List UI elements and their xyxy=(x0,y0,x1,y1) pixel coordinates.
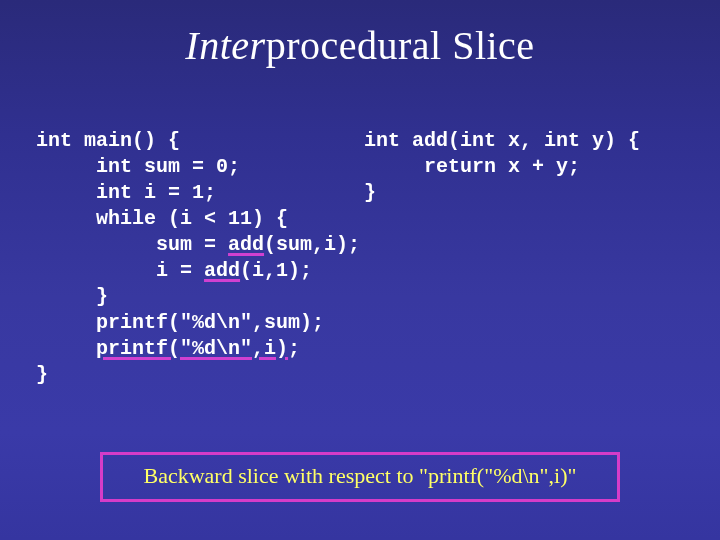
code-line-tail: ; xyxy=(288,337,300,360)
caption-rest: with respect to "printf("%d\n",i)" xyxy=(278,463,576,488)
code-line: printf("%d\n",sum); xyxy=(36,311,324,334)
code-line: } xyxy=(36,363,48,386)
code-line: int main() { xyxy=(36,129,180,152)
code-line: int i = 1; xyxy=(36,181,216,204)
code-main: int main() { int sum = 0; int i = 1; whi… xyxy=(36,128,360,388)
title-prefix: Inter xyxy=(185,23,265,68)
caption-box: Backward slice with respect to "printf("… xyxy=(100,452,620,502)
code-line-tail: (sum,i); xyxy=(264,233,360,256)
code-line: int sum = 0; xyxy=(36,155,240,178)
caption-text: Backward slice with respect to "printf("… xyxy=(143,463,576,488)
code-line: while (i < 11) { xyxy=(36,207,288,230)
code-line: int add(int x, int y) { xyxy=(364,129,640,152)
code-line: } xyxy=(36,285,108,308)
code-area: int main() { int sum = 0; int i = 1; whi… xyxy=(36,128,640,388)
code-line: return x + y; xyxy=(364,155,580,178)
code-line: } xyxy=(364,181,376,204)
underlined-call: add xyxy=(204,259,240,282)
code-line xyxy=(36,337,96,360)
underlined-statement: printf("%d\n",i) xyxy=(96,337,288,360)
code-add: int add(int x, int y) { return x + y; } xyxy=(364,128,640,388)
caption-prefix: Backward slice xyxy=(143,463,278,488)
code-line: sum = xyxy=(36,233,228,256)
code-line-tail: (i,1); xyxy=(240,259,312,282)
code-line: i = xyxy=(36,259,204,282)
slide-title: Interprocedural Slice xyxy=(0,0,720,69)
title-rest: procedural Slice xyxy=(266,23,535,68)
underlined-call: add xyxy=(228,233,264,256)
